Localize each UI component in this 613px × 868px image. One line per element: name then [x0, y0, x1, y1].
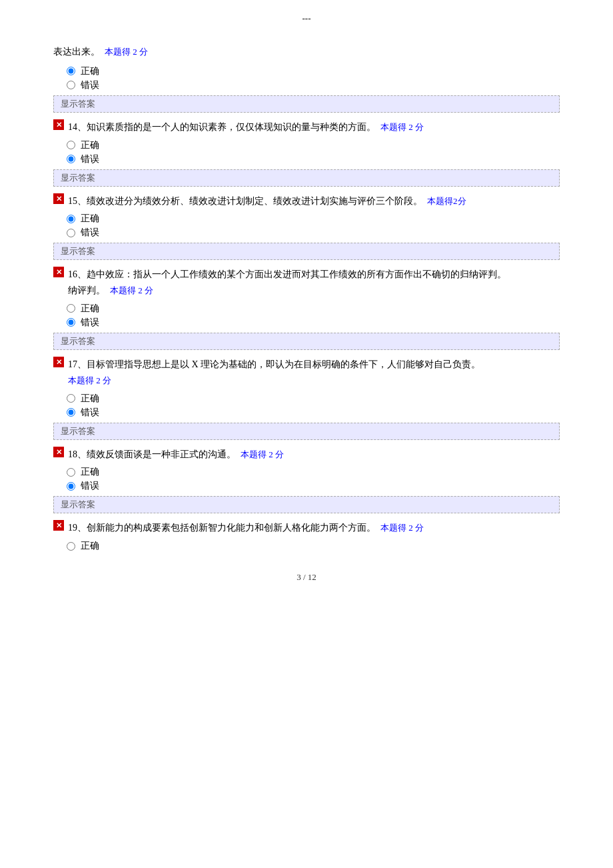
option-correct-label-q18: 正确 — [81, 466, 99, 478]
option-wrong-label-q16: 错误 — [81, 317, 99, 329]
option-wrong-q15[interactable]: 错误 — [67, 227, 560, 239]
wrong-icon-q19: ✕ — [53, 520, 64, 531]
radio-wrong-q13[interactable] — [67, 81, 75, 89]
option-wrong-q18[interactable]: 错误 — [67, 480, 560, 492]
radio-wrong-q18[interactable] — [67, 482, 75, 491]
question-text-q17: 17、目标管理指导思想上是以 X 理论为基础的，即认为在目标明确的条件下，人们能… — [68, 357, 560, 389]
question-block-q18: ✕ 18、绩效反馈面谈是一种非正式的沟通。 本题得 2 分 正确 错误 显示答案 — [53, 447, 560, 514]
show-answer-bar-q18[interactable]: 显示答案 — [53, 496, 560, 513]
option-wrong-label-q17: 错误 — [81, 407, 99, 419]
page-footer: 3 / 12 — [53, 572, 560, 583]
wrong-icon-q14: ✕ — [53, 119, 64, 130]
question-header-q15: ✕ 15、绩效改进分为绩效分析、绩效改进计划制定、绩效改进计划实施与评价三个阶段… — [53, 193, 560, 209]
question-header-q18: ✕ 18、绩效反馈面谈是一种非正式的沟通。 本题得 2 分 — [53, 447, 560, 463]
show-answer-bar-q17[interactable]: 显示答案 — [53, 423, 560, 440]
radio-correct-q16[interactable] — [67, 304, 75, 313]
question-block-q15: ✕ 15、绩效改进分为绩效分析、绩效改进计划制定、绩效改进计划实施与评价三个阶段… — [53, 193, 560, 261]
option-correct-label: 正确 — [81, 65, 99, 77]
option-wrong-label-q15: 错误 — [81, 227, 99, 239]
radio-wrong-q15[interactable] — [67, 229, 75, 237]
option-correct-label-q17: 正确 — [81, 393, 99, 405]
radio-correct-q14[interactable] — [67, 141, 75, 149]
option-correct-label-q19: 正确 — [81, 540, 99, 552]
option-wrong-label: 错误 — [81, 79, 99, 91]
wrong-icon-q18: ✕ — [53, 447, 64, 457]
question-header-q19: ✕ 19、创新能力的构成要素包括创新智力化能力和创新人格化能力两个方面。 本题得… — [53, 520, 560, 536]
question-header-q14: ✕ 14、知识素质指的是一个人的知识素养，仅仅体现知识的量与种类的方面。 本题得… — [53, 119, 560, 135]
option-correct-label-q16: 正确 — [81, 303, 99, 315]
option-correct-label-q14: 正确 — [81, 139, 99, 151]
question-text-q15: 15、绩效改进分为绩效分析、绩效改进计划制定、绩效改进计划实施与评价三个阶段。 … — [68, 193, 560, 209]
question-block-q16: ✕ 16、趋中效应：指从一个人工作绩效的某个方面出发进而对其工作绩效的所有方面作… — [53, 267, 560, 350]
radio-correct-q13[interactable] — [67, 67, 75, 75]
show-answer-bar-q13[interactable]: 显示答案 — [53, 95, 560, 113]
option-correct-q16[interactable]: 正确 — [67, 303, 560, 315]
show-answer-bar-q16[interactable]: 显示答案 — [53, 333, 560, 350]
option-wrong-label-q18: 错误 — [81, 480, 99, 492]
question-block-q19: ✕ 19、创新能力的构成要素包括创新智力化能力和创新人格化能力两个方面。 本题得… — [53, 520, 560, 552]
radio-correct-q19[interactable] — [67, 542, 75, 551]
option-wrong-q16[interactable]: 错误 — [67, 317, 560, 329]
intro-text: 表达出来。 本题得 2 分 — [53, 44, 560, 60]
option-correct-q17[interactable]: 正确 — [67, 393, 560, 405]
radio-correct-q18[interactable] — [67, 468, 75, 477]
option-wrong-q14[interactable]: 错误 — [67, 153, 560, 165]
option-correct-q14[interactable]: 正确 — [67, 139, 560, 151]
radio-wrong-q14[interactable] — [67, 155, 75, 163]
question-text-q14: 14、知识素质指的是一个人的知识素养，仅仅体现知识的量与种类的方面。 本题得 2… — [68, 119, 560, 135]
intro-block: 表达出来。 本题得 2 分 正确 错误 显示答案 — [53, 44, 560, 113]
option-wrong-q13[interactable]: 错误 — [67, 79, 560, 91]
option-correct-q19[interactable]: 正确 — [67, 540, 560, 552]
option-wrong-label-q14: 错误 — [81, 153, 99, 165]
wrong-icon-q15: ✕ — [53, 193, 64, 204]
wrong-icon-q17: ✕ — [53, 357, 64, 367]
option-correct-q15[interactable]: 正确 — [67, 213, 560, 225]
radio-correct-q17[interactable] — [67, 394, 75, 403]
question-text-q18: 18、绩效反馈面谈是一种非正式的沟通。 本题得 2 分 — [68, 447, 560, 463]
question-header-q17: ✕ 17、目标管理指导思想上是以 X 理论为基础的，即认为在目标明确的条件下，人… — [53, 357, 560, 389]
wrong-icon-q16: ✕ — [53, 267, 64, 277]
radio-wrong-q16[interactable] — [67, 318, 75, 327]
top-dashes: --- — [53, 13, 560, 24]
page-number: 3 / 12 — [297, 572, 316, 582]
question-text-q19: 19、创新能力的构成要素包括创新智力化能力和创新人格化能力两个方面。 本题得 2… — [68, 520, 560, 536]
option-correct-q18[interactable]: 正确 — [67, 466, 560, 478]
option-wrong-q17[interactable]: 错误 — [67, 407, 560, 419]
option-correct-label-q15: 正确 — [81, 213, 99, 225]
radio-wrong-q17[interactable] — [67, 408, 75, 417]
radio-correct-q15[interactable] — [67, 215, 75, 223]
option-correct-q13[interactable]: 正确 — [67, 65, 560, 77]
question-block-q17: ✕ 17、目标管理指导思想上是以 X 理论为基础的，即认为在目标明确的条件下，人… — [53, 357, 560, 440]
show-answer-bar-q15[interactable]: 显示答案 — [53, 243, 560, 260]
question-block-q14: ✕ 14、知识素质指的是一个人的知识素养，仅仅体现知识的量与种类的方面。 本题得… — [53, 119, 560, 187]
show-answer-bar-q14[interactable]: 显示答案 — [53, 169, 560, 187]
question-header-q16: ✕ 16、趋中效应：指从一个人工作绩效的某个方面出发进而对其工作绩效的所有方面作… — [53, 267, 560, 299]
question-text-q16: 16、趋中效应：指从一个人工作绩效的某个方面出发进而对其工作绩效的所有方面作出不… — [68, 267, 560, 299]
